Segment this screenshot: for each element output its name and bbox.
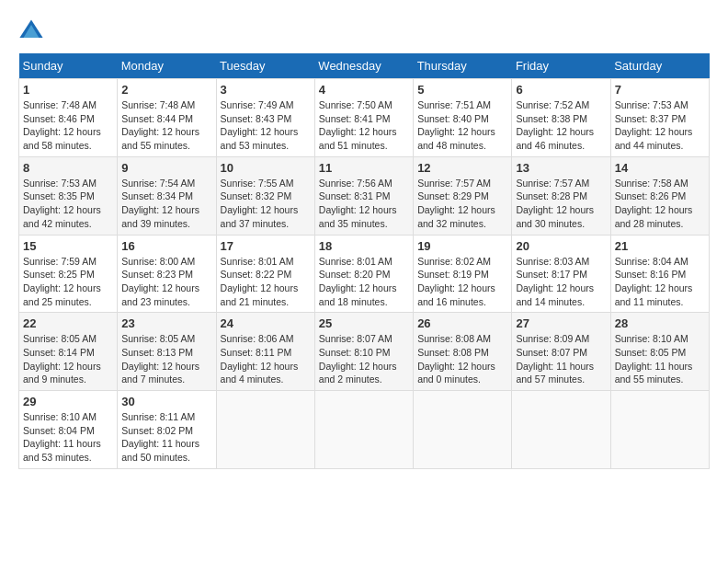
calendar-cell: 21 Sunrise: 8:04 AM Sunset: 8:16 PM Dayl… — [610, 235, 709, 313]
day-info: Sunrise: 8:01 AM Sunset: 8:22 PM Dayligh… — [221, 255, 311, 309]
calendar-cell: 22 Sunrise: 8:05 AM Sunset: 8:14 PM Dayl… — [19, 313, 118, 391]
day-number: 25 — [319, 316, 409, 330]
calendar-cell: 20 Sunrise: 8:03 AM Sunset: 8:17 PM Dayl… — [512, 235, 610, 313]
calendar-cell: 2 Sunrise: 7:48 AM Sunset: 8:44 PM Dayli… — [118, 79, 216, 157]
calendar-table: SundayMondayTuesdayWednesdayThursdayFrid… — [18, 53, 710, 469]
calendar-week-row: 29 Sunrise: 8:10 AM Sunset: 8:04 PM Dayl… — [19, 391, 710, 469]
day-number: 17 — [221, 239, 311, 253]
day-info: Sunrise: 7:51 AM Sunset: 8:40 PM Dayligh… — [417, 98, 507, 153]
day-number: 4 — [319, 83, 409, 97]
calendar-cell: 26 Sunrise: 8:08 AM Sunset: 8:08 PM Dayl… — [414, 313, 512, 391]
day-of-week-header: Thursday — [414, 53, 512, 79]
calendar-cell: 14 Sunrise: 7:58 AM Sunset: 8:26 PM Dayl… — [610, 156, 709, 235]
day-of-week-header: Tuesday — [216, 53, 314, 79]
day-number: 16 — [121, 239, 211, 253]
page-header — [18, 18, 710, 44]
day-info: Sunrise: 7:56 AM Sunset: 8:31 PM Dayligh… — [319, 177, 409, 231]
calendar-week-row: 1 Sunrise: 7:48 AM Sunset: 8:46 PM Dayli… — [19, 79, 710, 157]
day-info: Sunrise: 8:03 AM Sunset: 8:17 PM Dayligh… — [516, 255, 606, 309]
day-info: Sunrise: 8:04 AM Sunset: 8:16 PM Dayligh… — [615, 255, 705, 309]
day-number: 19 — [417, 239, 507, 253]
day-number: 13 — [516, 161, 606, 175]
calendar-cell — [414, 391, 512, 469]
day-number: 20 — [516, 239, 606, 253]
day-of-week-header: Sunday — [19, 53, 118, 79]
calendar-cell: 10 Sunrise: 7:55 AM Sunset: 8:32 PM Dayl… — [216, 156, 314, 235]
day-info: Sunrise: 7:52 AM Sunset: 8:38 PM Dayligh… — [516, 98, 606, 153]
day-number: 28 — [615, 316, 705, 330]
day-number: 15 — [23, 239, 113, 253]
day-number: 8 — [23, 161, 113, 175]
day-number: 1 — [23, 83, 113, 97]
calendar-cell: 30 Sunrise: 8:11 AM Sunset: 8:02 PM Dayl… — [118, 391, 216, 469]
calendar-cell — [216, 391, 314, 469]
day-number: 10 — [221, 161, 311, 175]
calendar-week-row: 8 Sunrise: 7:53 AM Sunset: 8:35 PM Dayli… — [19, 156, 710, 235]
calendar-cell: 24 Sunrise: 8:06 AM Sunset: 8:11 PM Dayl… — [216, 313, 314, 391]
logo — [18, 18, 48, 44]
day-info: Sunrise: 7:57 AM Sunset: 8:28 PM Dayligh… — [516, 177, 606, 231]
day-number: 6 — [516, 83, 606, 97]
day-info: Sunrise: 7:58 AM Sunset: 8:26 PM Dayligh… — [615, 177, 705, 231]
calendar-cell: 27 Sunrise: 8:09 AM Sunset: 8:07 PM Dayl… — [512, 313, 610, 391]
calendar-cell: 8 Sunrise: 7:53 AM Sunset: 8:35 PM Dayli… — [19, 156, 118, 235]
day-of-week-header: Saturday — [610, 53, 709, 79]
day-info: Sunrise: 8:06 AM Sunset: 8:11 PM Dayligh… — [221, 332, 311, 386]
day-number: 11 — [319, 161, 409, 175]
day-info: Sunrise: 8:05 AM Sunset: 8:14 PM Dayligh… — [23, 332, 113, 386]
calendar-cell: 9 Sunrise: 7:54 AM Sunset: 8:34 PM Dayli… — [118, 156, 216, 235]
calendar-cell: 5 Sunrise: 7:51 AM Sunset: 8:40 PM Dayli… — [414, 79, 512, 157]
day-number: 9 — [121, 161, 211, 175]
day-number: 27 — [516, 316, 606, 330]
day-info: Sunrise: 8:10 AM Sunset: 8:05 PM Dayligh… — [615, 332, 705, 386]
calendar-cell: 13 Sunrise: 7:57 AM Sunset: 8:28 PM Dayl… — [512, 156, 610, 235]
day-info: Sunrise: 8:10 AM Sunset: 8:04 PM Dayligh… — [23, 410, 113, 465]
calendar-cell: 25 Sunrise: 8:07 AM Sunset: 8:10 PM Dayl… — [314, 313, 413, 391]
calendar-cell: 18 Sunrise: 8:01 AM Sunset: 8:20 PM Dayl… — [314, 235, 413, 313]
day-info: Sunrise: 7:53 AM Sunset: 8:35 PM Dayligh… — [23, 177, 113, 231]
calendar-cell: 17 Sunrise: 8:01 AM Sunset: 8:22 PM Dayl… — [216, 235, 314, 313]
day-info: Sunrise: 8:08 AM Sunset: 8:08 PM Dayligh… — [417, 332, 507, 386]
day-info: Sunrise: 7:54 AM Sunset: 8:34 PM Dayligh… — [121, 177, 211, 231]
calendar-cell: 15 Sunrise: 7:59 AM Sunset: 8:25 PM Dayl… — [19, 235, 118, 313]
calendar-cell: 1 Sunrise: 7:48 AM Sunset: 8:46 PM Dayli… — [19, 79, 118, 157]
calendar-cell: 7 Sunrise: 7:53 AM Sunset: 8:37 PM Dayli… — [610, 79, 709, 157]
day-number: 22 — [23, 316, 113, 330]
day-of-week-header: Wednesday — [314, 53, 413, 79]
day-info: Sunrise: 7:55 AM Sunset: 8:32 PM Dayligh… — [221, 177, 311, 231]
calendar-cell — [314, 391, 413, 469]
day-number: 30 — [121, 395, 211, 408]
calendar-cell: 29 Sunrise: 8:10 AM Sunset: 8:04 PM Dayl… — [19, 391, 118, 469]
day-info: Sunrise: 7:59 AM Sunset: 8:25 PM Dayligh… — [23, 255, 113, 309]
day-info: Sunrise: 7:57 AM Sunset: 8:29 PM Dayligh… — [417, 177, 507, 231]
day-info: Sunrise: 7:48 AM Sunset: 8:46 PM Dayligh… — [23, 98, 113, 153]
day-info: Sunrise: 7:53 AM Sunset: 8:37 PM Dayligh… — [615, 98, 705, 153]
day-number: 29 — [23, 395, 113, 408]
day-number: 2 — [121, 83, 211, 97]
day-number: 26 — [417, 316, 507, 330]
day-info: Sunrise: 7:48 AM Sunset: 8:44 PM Dayligh… — [121, 98, 211, 153]
day-of-week-header: Monday — [118, 53, 216, 79]
day-info: Sunrise: 8:02 AM Sunset: 8:19 PM Dayligh… — [417, 255, 507, 309]
calendar-cell — [610, 391, 709, 469]
day-info: Sunrise: 8:01 AM Sunset: 8:20 PM Dayligh… — [319, 255, 409, 309]
day-number: 5 — [417, 83, 507, 97]
day-number: 12 — [417, 161, 507, 175]
day-number: 21 — [615, 239, 705, 253]
day-number: 7 — [615, 83, 705, 97]
calendar-cell: 11 Sunrise: 7:56 AM Sunset: 8:31 PM Dayl… — [314, 156, 413, 235]
day-info: Sunrise: 7:50 AM Sunset: 8:41 PM Dayligh… — [319, 98, 409, 153]
day-number: 18 — [319, 239, 409, 253]
calendar-cell: 23 Sunrise: 8:05 AM Sunset: 8:13 PM Dayl… — [118, 313, 216, 391]
day-info: Sunrise: 8:00 AM Sunset: 8:23 PM Dayligh… — [121, 255, 211, 309]
calendar-cell: 6 Sunrise: 7:52 AM Sunset: 8:38 PM Dayli… — [512, 79, 610, 157]
calendar-cell: 28 Sunrise: 8:10 AM Sunset: 8:05 PM Dayl… — [610, 313, 709, 391]
calendar-cell: 3 Sunrise: 7:49 AM Sunset: 8:43 PM Dayli… — [216, 79, 314, 157]
calendar-week-row: 22 Sunrise: 8:05 AM Sunset: 8:14 PM Dayl… — [19, 313, 710, 391]
calendar-cell: 19 Sunrise: 8:02 AM Sunset: 8:19 PM Dayl… — [414, 235, 512, 313]
calendar-header-row: SundayMondayTuesdayWednesdayThursdayFrid… — [19, 53, 710, 79]
day-info: Sunrise: 8:05 AM Sunset: 8:13 PM Dayligh… — [121, 332, 211, 386]
day-of-week-header: Friday — [512, 53, 610, 79]
calendar-cell: 16 Sunrise: 8:00 AM Sunset: 8:23 PM Dayl… — [118, 235, 216, 313]
day-info: Sunrise: 8:11 AM Sunset: 8:02 PM Dayligh… — [121, 410, 211, 465]
